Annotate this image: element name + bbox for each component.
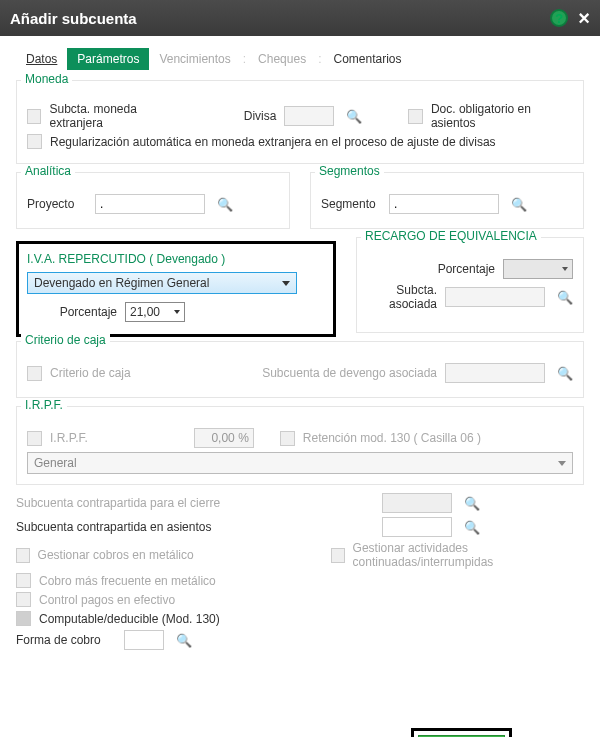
iva-pct-value: 21,00	[130, 305, 160, 319]
lbl-sub-asientos: Subcuenta contrapartida en asientos	[16, 520, 226, 534]
group-criterio: Criterio de caja Criterio de caja Subcue…	[16, 341, 584, 398]
footer: Aceptar Cancelar	[0, 718, 600, 737]
tab-datos[interactable]: Datos	[16, 48, 67, 70]
input-sub-cierre	[382, 493, 452, 513]
lbl-cobro-frecuente: Cobro más frecuente en metálico	[39, 574, 216, 588]
legend-moneda: Moneda	[21, 72, 72, 86]
chevron-down-icon	[282, 281, 290, 286]
chevron-down-icon	[558, 461, 566, 466]
input-proyecto[interactable]	[95, 194, 205, 214]
input-irpf-pct	[194, 428, 254, 448]
select-iva-regimen[interactable]: Devengado en Régimen General	[27, 272, 297, 294]
input-criterio-sub	[445, 363, 545, 383]
search-icon[interactable]: 🔍	[464, 520, 480, 535]
legend-iva: I.V.A. REPERCUTIDO ( Devengado )	[27, 252, 325, 266]
lbl-doc-obligatorio: Doc. obligatorio en asientos	[431, 102, 573, 130]
tab-vencimientos: Vencimientos	[149, 48, 240, 70]
lbl-gestionar-actividades: Gestionar actividades continuadas/interr…	[353, 541, 584, 569]
search-icon[interactable]: 🔍	[217, 197, 233, 212]
input-recargo-subcta	[445, 287, 545, 307]
window-title: Añadir subcuenta	[10, 10, 137, 27]
highlight-iva: I.V.A. REPERCUTIDO ( Devengado ) Devenga…	[16, 241, 336, 337]
group-segmentos: Segmentos Segmento 🔍	[310, 172, 584, 229]
lbl-gestionar-cobros: Gestionar cobros en metálico	[38, 548, 323, 562]
lbl-sub-cierre: Subcuenta contrapartida para el cierre	[16, 496, 226, 510]
chk-criterio-caja[interactable]	[27, 366, 42, 381]
chk-computable[interactable]	[16, 611, 31, 626]
lbl-irpf: I.R.P.F.	[50, 431, 88, 445]
search-icon[interactable]: 🔍	[511, 197, 527, 212]
lbl-segmento: Segmento	[321, 197, 381, 211]
lbl-recargo-subcta: Subcta. asociada	[367, 283, 437, 311]
search-icon[interactable]: 🔍	[557, 290, 573, 305]
search-icon[interactable]: 🔍	[346, 109, 362, 124]
chk-gestionar-actividades[interactable]	[331, 548, 345, 563]
tab-bar: Datos Parámetros Vencimientos : Cheques …	[16, 48, 584, 70]
input-divisa	[284, 106, 334, 126]
lbl-iva-pct: Porcentaje	[27, 305, 117, 319]
select-iva-pct[interactable]: 21,00	[125, 302, 185, 322]
input-sub-asientos[interactable]	[382, 517, 452, 537]
chk-retencion[interactable]	[280, 431, 295, 446]
chk-doc-obligatorio[interactable]	[408, 109, 422, 124]
search-icon[interactable]: 🔍	[557, 366, 573, 381]
chk-control-pagos[interactable]	[16, 592, 31, 607]
group-recargo: RECARGO DE EQUIVALENCIA Porcentaje Subct…	[356, 237, 584, 333]
lbl-control-pagos: Control pagos en efectivo	[39, 593, 175, 607]
lbl-proyecto: Proyecto	[27, 197, 87, 211]
chk-regularizacion[interactable]	[27, 134, 42, 149]
search-icon[interactable]: 🔍	[176, 633, 192, 648]
lbl-regularizacion: Regularización automática en moneda extr…	[50, 135, 496, 149]
group-irpf: I.R.P.F. I.R.P.F. Retención mod. 130 ( C…	[16, 406, 584, 485]
chevron-down-icon	[562, 267, 568, 271]
chevron-down-icon	[174, 310, 180, 314]
legend-irpf: I.R.P.F.	[21, 398, 67, 412]
legend-criterio: Criterio de caja	[21, 333, 110, 347]
select-irpf-general[interactable]: General	[27, 452, 573, 474]
chk-irpf[interactable]	[27, 431, 42, 446]
input-forma-cobro[interactable]	[124, 630, 164, 650]
search-icon[interactable]: 🔍	[464, 496, 480, 511]
lbl-criterio-sub: Subcuenta de devengo asociada	[262, 366, 437, 380]
legend-analitica: Analítica	[21, 164, 75, 178]
help-icon[interactable]: ?	[550, 9, 568, 27]
highlight-accept: Aceptar	[411, 728, 512, 737]
input-segmento[interactable]	[389, 194, 499, 214]
select-recargo-pct[interactable]	[503, 259, 573, 279]
chk-cobro-frecuente[interactable]	[16, 573, 31, 588]
irpf-general-value: General	[34, 456, 77, 470]
lbl-recargo-pct: Porcentaje	[438, 262, 495, 276]
legend-recargo: RECARGO DE EQUIVALENCIA	[361, 229, 541, 243]
tab-cheques: Cheques	[248, 48, 316, 70]
tab-parametros[interactable]: Parámetros	[67, 48, 149, 70]
lbl-forma-cobro: Forma de cobro	[16, 633, 116, 647]
lbl-moneda-extranjera: Subcta. moneda extranjera	[49, 102, 187, 130]
lbl-retencion: Retención mod. 130 ( Casilla 06 )	[303, 431, 481, 445]
group-moneda: Moneda Subcta. moneda extranjera Divisa …	[16, 80, 584, 164]
lbl-divisa: Divisa	[244, 109, 277, 123]
chk-gestionar-cobros[interactable]	[16, 548, 30, 563]
iva-regimen-value: Devengado en Régimen General	[34, 276, 209, 290]
close-icon[interactable]: ×	[578, 8, 590, 28]
tab-comentarios[interactable]: Comentarios	[324, 48, 412, 70]
legend-segmentos: Segmentos	[315, 164, 384, 178]
lbl-criterio-caja: Criterio de caja	[50, 366, 131, 380]
chk-moneda-extranjera[interactable]	[27, 109, 41, 124]
lbl-computable: Computable/deducible (Mod. 130)	[39, 612, 220, 626]
titlebar: Añadir subcuenta ? ×	[0, 0, 600, 36]
group-analitica: Analítica Proyecto 🔍	[16, 172, 290, 229]
